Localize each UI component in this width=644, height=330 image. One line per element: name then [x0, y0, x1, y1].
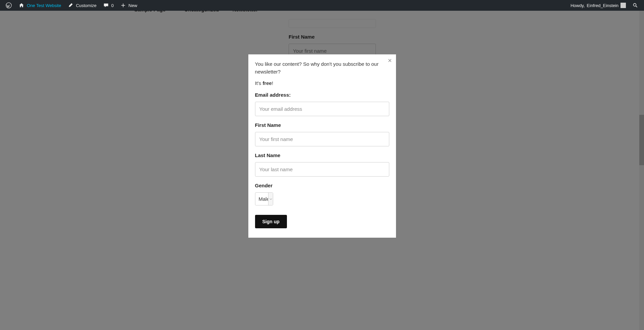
free-suffix: !	[272, 80, 273, 86]
admin-bar-right: Howdy, Einfred_Einstein	[568, 0, 641, 11]
search-icon	[632, 2, 639, 9]
wordpress-icon	[5, 2, 12, 9]
admin-bar-left: One Test Website Customize 0 New	[3, 0, 140, 11]
plus-icon	[120, 2, 127, 9]
email-field[interactable]	[255, 102, 389, 116]
howdy-username: Einfred_Einstein	[587, 3, 618, 8]
comments-count: 0	[111, 3, 114, 8]
site-name-text: One Test Website	[27, 3, 61, 8]
gender-select[interactable]: Male	[255, 192, 274, 205]
chevron-down-icon	[268, 193, 273, 205]
close-icon: ×	[388, 57, 392, 64]
brush-icon	[67, 2, 74, 9]
modal-free-text: It's free!	[255, 80, 389, 86]
email-label: Email address:	[255, 92, 389, 98]
comment-icon	[103, 2, 109, 9]
modal-intro-text: You like our content? So why don't you s…	[255, 60, 389, 76]
comments-link[interactable]: 0	[100, 0, 116, 11]
new-text: New	[129, 3, 137, 8]
modal-overlay: × You like our content? So why don't you…	[0, 11, 644, 236]
signup-button[interactable]: Sign up	[255, 215, 287, 228]
newsletter-modal: × You like our content? So why don't you…	[248, 54, 396, 236]
last-name-label: Last Name	[255, 152, 389, 158]
new-link[interactable]: New	[117, 0, 140, 11]
avatar	[621, 3, 626, 8]
wp-logo[interactable]	[3, 0, 15, 11]
home-icon	[18, 2, 25, 9]
admin-search[interactable]	[629, 0, 641, 11]
howdy-prefix: Howdy,	[571, 3, 585, 8]
howdy-user[interactable]: Howdy, Einfred_Einstein	[568, 0, 629, 11]
site-name-link[interactable]: One Test Website	[15, 0, 64, 11]
free-prefix: It's	[255, 80, 263, 86]
svg-point-1	[633, 3, 636, 6]
first-name-label: First Name	[255, 122, 389, 128]
close-button[interactable]: ×	[388, 57, 392, 64]
admin-bar: One Test Website Customize 0 New Howdy, …	[0, 0, 644, 11]
customize-text: Customize	[76, 3, 96, 8]
last-name-field[interactable]	[255, 162, 389, 177]
gender-label: Gender	[255, 183, 389, 188]
free-word: free	[262, 80, 272, 86]
first-name-field[interactable]	[255, 132, 389, 146]
customize-link[interactable]: Customize	[64, 0, 99, 11]
